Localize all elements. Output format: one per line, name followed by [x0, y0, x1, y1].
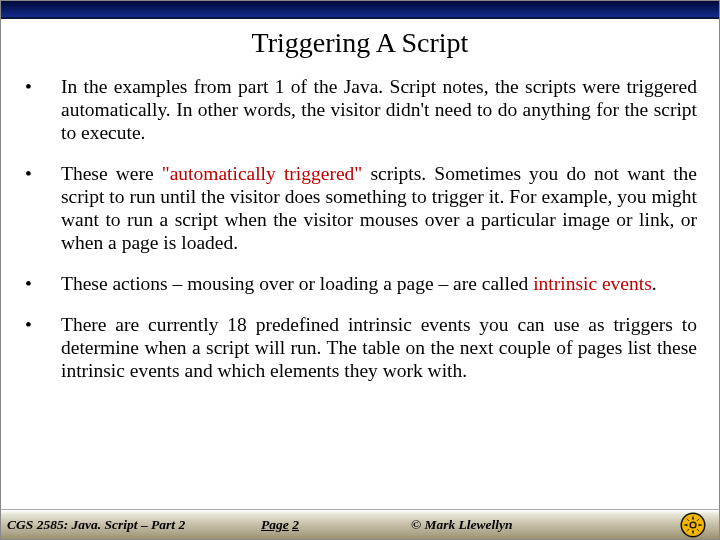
emphasis-intrinsic-events: intrinsic events — [533, 273, 652, 294]
footer-page-number: 2 — [292, 517, 299, 532]
list-item: • These actions – mousing over or loadin… — [23, 272, 697, 295]
bullet-list: • In the examples from part 1 of the Jav… — [23, 75, 697, 382]
svg-point-3 — [691, 522, 695, 526]
slide-top-bar — [1, 1, 719, 19]
slide-footer: CGS 2585: Java. Script – Part 2 Page 2 ©… — [1, 509, 719, 539]
list-item: • These were "automatically triggered" s… — [23, 162, 697, 254]
bullet-text: In the examples from part 1 of the Java.… — [61, 75, 697, 144]
slide-body: • In the examples from part 1 of the Jav… — [1, 75, 719, 382]
emphasis-auto-triggered: "automatically triggered" — [162, 163, 363, 184]
bullet-dot: • — [23, 75, 61, 144]
footer-page-prefix: Page — [261, 517, 289, 532]
bullet-dot: • — [23, 162, 61, 254]
list-item: • In the examples from part 1 of the Jav… — [23, 75, 697, 144]
bullet-text: These actions – mousing over or loading … — [61, 272, 697, 295]
bullet-dot: • — [23, 313, 61, 382]
text-run: . — [652, 273, 657, 294]
slide: Triggering A Script • In the examples fr… — [0, 0, 720, 540]
bullet-text: These were "automatically triggered" scr… — [61, 162, 697, 254]
footer-course: CGS 2585: Java. Script – Part 2 — [1, 517, 251, 533]
list-item: • There are currently 18 predefined intr… — [23, 313, 697, 382]
text-run: These actions – mousing over or loading … — [61, 273, 533, 294]
ucf-logo-icon — [675, 512, 719, 538]
slide-title: Triggering A Script — [1, 27, 719, 59]
bullet-dot: • — [23, 272, 61, 295]
footer-page: Page 2 — [251, 517, 391, 533]
text-run: These were — [61, 163, 162, 184]
footer-copyright: © Mark Llewellyn — [391, 517, 675, 533]
bullet-text: There are currently 18 predefined intrin… — [61, 313, 697, 382]
